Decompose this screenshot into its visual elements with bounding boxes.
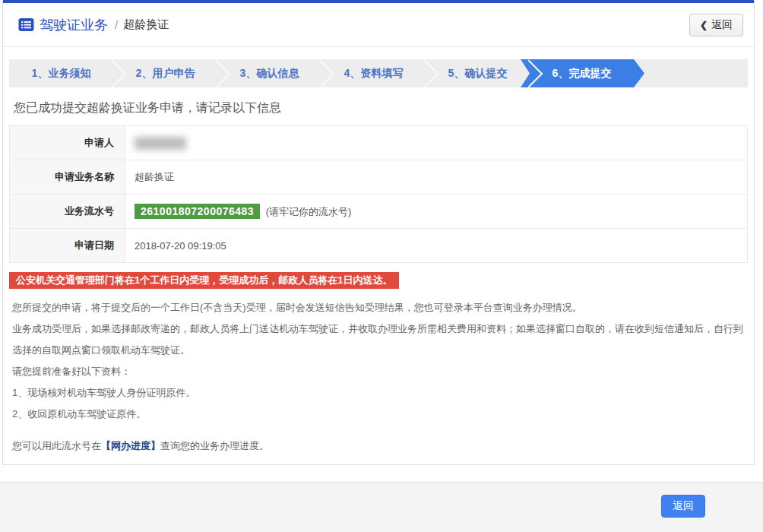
table-row-apply-date: 申请日期 2018-07-20 09:19:05 — [10, 229, 748, 263]
table-row-business-name: 申请业务名称 超龄换证 — [10, 160, 748, 195]
progress-query-note: 您可以用此流水号在【网办进度】查询您的业务办理进度。 — [12, 435, 745, 457]
instruction-list-item: 1、现场核对机动车驾驶人身份证明原件。 — [12, 382, 745, 404]
row-value — [125, 126, 748, 160]
application-info-table: 申请人 申请业务名称 超龄换证 业务流水号 261001807200076483… — [9, 125, 748, 263]
page-header: 驾驶证业务 / 超龄换证 ❮ 返回 — [3, 3, 754, 47]
row-label: 申请人 — [10, 126, 125, 160]
instruction-paragraph: 您所提交的申请，将于提交后的一个工作日(不含当天)受理，届时会发送短信告知受理结… — [12, 297, 745, 318]
chevron-left-icon: ❮ — [700, 20, 708, 30]
step-4-fill-materials: 4、资料填写 — [321, 59, 426, 87]
serial-number-note: (请牢记你的流水号) — [266, 206, 352, 217]
step-bar-tail — [634, 59, 748, 87]
row-label: 申请日期 — [10, 229, 125, 263]
progress-note-suffix: 查询您的业务办理进度。 — [160, 440, 269, 451]
step-3-confirm-info: 3、确认信息 — [217, 59, 321, 87]
row-value: 261001807200076483 (请牢记你的流水号) — [125, 195, 748, 229]
section-title: 驾驶证业务 — [40, 16, 108, 34]
serial-number-badge: 261001807200076483 — [135, 204, 260, 219]
instruction-paragraph: 请您提前准备好以下资料： — [12, 361, 745, 382]
row-label: 申请业务名称 — [10, 160, 125, 195]
step-progress-bar: 1、业务须知 2、用户申告 3、确认信息 4、资料填写 5、确认提交 6、完成提… — [9, 59, 748, 87]
success-message: 您已成功提交超龄换证业务申请，请记录以下信息 — [14, 100, 743, 116]
page-title: 超龄换证 — [123, 17, 169, 32]
step-2-user-declaration: 2、用户申告 — [113, 59, 217, 87]
back-button-top-label: 返回 — [711, 18, 733, 32]
warning-wrap: 公安机关交通管理部门将在1个工作日内受理，受理成功后，邮政人员将在1日内送达。 — [9, 272, 748, 289]
breadcrumb: 驾驶证业务 / 超龄换证 — [18, 16, 169, 34]
back-button-top[interactable]: ❮ 返回 — [689, 14, 743, 36]
instruction-paragraph: 业务成功受理后，如果选择邮政寄递的，邮政人员将上门送达机动车驾驶证，并收取办理业… — [12, 318, 745, 361]
row-value: 超龄换证 — [125, 160, 748, 195]
applicant-name-redacted — [135, 137, 186, 150]
online-progress-link[interactable]: 【网办进度】 — [101, 440, 160, 451]
instruction-list-item: 2、收回原机动车驾驶证原件。 — [12, 404, 745, 425]
main-panel: 驾驶证业务 / 超龄换证 ❮ 返回 1、业务须知 2、用户申告 3、确认信息 4… — [2, 0, 755, 465]
progress-note-prefix: 您可以用此流水号在 — [12, 440, 101, 451]
row-value: 2018-07-20 09:19:05 — [125, 229, 748, 263]
table-row-applicant: 申请人 — [10, 126, 748, 160]
list-icon — [18, 17, 34, 33]
step-5-confirm-submit: 5、确认提交 — [426, 59, 530, 87]
table-row-serial-number: 业务流水号 261001807200076483 (请牢记你的流水号) — [10, 195, 748, 229]
row-label: 业务流水号 — [10, 195, 125, 229]
footer-bar: 返回 — [0, 482, 763, 532]
step-6-complete-submit: 6、完成提交 — [530, 59, 634, 87]
result-content: 您已成功提交超龄换证业务申请，请记录以下信息 申请人 申请业务名称 超龄换证 业… — [3, 100, 754, 457]
back-button-bottom[interactable]: 返回 — [661, 495, 705, 518]
instructions: 您所提交的申请，将于提交后的一个工作日(不含当天)受理，届时会发送短信告知受理结… — [12, 297, 745, 425]
breadcrumb-separator: / — [115, 18, 118, 31]
step-1-business-notice: 1、业务须知 — [9, 59, 113, 87]
processing-warning-banner: 公安机关交通管理部门将在1个工作日内受理，受理成功后，邮政人员将在1日内送达。 — [9, 272, 399, 289]
